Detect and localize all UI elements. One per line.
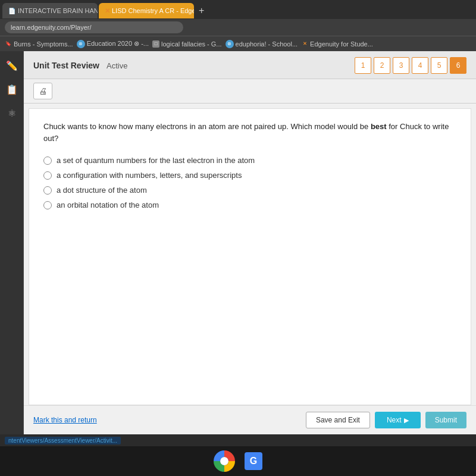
address-bar (0, 19, 476, 36)
question-text: Chuck wants to know how many electrons i… (43, 121, 456, 144)
page-title: Unit Test Review (33, 61, 99, 70)
bookmark-burns-label: Burns - Symptoms... (14, 40, 73, 48)
status-url: ntentViewers/AssessmentViewer/Activit... (5, 437, 121, 444)
save-exit-button[interactable]: Save and Exit (306, 412, 370, 428)
answer-option-2-text: a configuration with numbers, letters, a… (57, 171, 242, 180)
bookmark-eduphoria-label: eduphoria! - School... (236, 40, 298, 48)
sidebar-calc-icon[interactable]: 📋 (4, 81, 20, 98)
bookmark-burns[interactable]: 🔖 Burns - Symptoms... (5, 40, 73, 48)
bookmark-edgenuity-icon: ✕ (301, 40, 308, 48)
question-nav-5[interactable]: 5 (431, 57, 447, 74)
bookmark-edgenuity-stude[interactable]: ✕ Edgenuity for Stude... (301, 40, 373, 48)
radio-1[interactable] (43, 156, 52, 165)
chrome-taskbar-icon[interactable] (214, 450, 235, 472)
question-nav-1[interactable]: 1 (355, 57, 371, 74)
answer-option-3[interactable]: a dot structure of the atom (43, 186, 456, 195)
bookmark-logical[interactable]: □ logical fallacies - G... (152, 40, 221, 48)
question-nav-3[interactable]: 3 (393, 57, 409, 74)
question-nav-6[interactable]: 6 (450, 57, 466, 74)
answer-option-4-text: an orbital notation of the atom (57, 201, 159, 209)
tab-brain-handout[interactable]: 📄 INTERACTIVE BRAIN HANDOUT ✕ (2, 3, 98, 18)
question-nav-4[interactable]: 4 (412, 57, 428, 74)
submit-button[interactable]: Submit (425, 412, 466, 428)
next-arrow-icon: ▶ (404, 416, 409, 424)
header-left: Unit Test Review Active (33, 61, 127, 70)
radio-4[interactable] (43, 201, 52, 209)
bookmark-logical-label: logical fallacies - G... (161, 40, 221, 48)
answer-option-1-text: a set of quantum numbers for the last el… (57, 156, 255, 165)
left-sidebar: ✏️ 📋 ⚛ (0, 51, 24, 434)
bookmark-education[interactable]: ⊗ Education 2020 ⊗ -... (77, 40, 149, 48)
question-text-part1: Chuck wants to know how many electrons i… (43, 122, 371, 131)
answer-option-1[interactable]: a set of quantum numbers for the last el… (43, 156, 456, 165)
question-nav-2[interactable]: 2 (374, 57, 390, 74)
tab-edgenuity-label: LISD Chemistry A CR - Edgenuity (112, 7, 194, 14)
bookmark-eduphoria-icon: ⊗ (226, 40, 234, 48)
sidebar-pencil-icon[interactable]: ✏️ (4, 57, 20, 74)
bookmark-burns-icon: 🔖 (5, 40, 12, 48)
bookmark-logical-icon: □ (152, 40, 159, 48)
bookmark-education-icon: ⊗ (77, 40, 85, 48)
content-footer: Mark this and return Save and Exit Next … (24, 405, 476, 434)
print-button[interactable]: 🖨 (33, 83, 52, 99)
status-badge: Active (107, 61, 127, 70)
tab-edgenuity-icon: ✕ (105, 7, 110, 15)
browser-chrome: 📄 INTERACTIVE BRAIN HANDOUT ✕ ✕ LISD Che… (0, 0, 476, 51)
next-button-label: Next (387, 416, 402, 424)
bookmark-edgenuity-stude-label: Edgenuity for Stude... (310, 40, 373, 48)
tab-brain-icon: 📄 (8, 8, 15, 14)
footer-buttons: Save and Exit Next ▶ Submit (306, 412, 466, 428)
answer-option-4[interactable]: an orbital notation of the atom (43, 201, 456, 209)
tab-edgenuity[interactable]: ✕ LISD Chemistry A CR - Edgenuity ✕ (99, 3, 194, 18)
bookmarks-bar: 🔖 Burns - Symptoms... ⊗ Education 2020 ⊗… (0, 36, 476, 51)
next-button[interactable]: Next ▶ (375, 412, 421, 428)
tool-row: 🖨 (24, 79, 476, 104)
status-bar: ntentViewers/AssessmentViewer/Activit... (0, 434, 476, 446)
radio-3[interactable] (43, 186, 52, 195)
radio-2[interactable] (43, 171, 52, 180)
content-header: Unit Test Review Active 1 2 3 4 5 6 (24, 51, 476, 79)
address-input[interactable] (5, 21, 183, 33)
main-content: ✏️ 📋 ⚛ Unit Test Review Active 1 2 3 4 5… (0, 51, 476, 434)
answer-option-3-text: a dot structure of the atom (57, 186, 147, 195)
answer-options: a set of quantum numbers for the last el… (43, 156, 456, 209)
question-navigation: 1 2 3 4 5 6 (355, 57, 466, 74)
tab-bar: 📄 INTERACTIVE BRAIN HANDOUT ✕ ✕ LISD Che… (0, 0, 476, 19)
sidebar-atom-icon[interactable]: ⚛ (4, 105, 20, 121)
bookmark-eduphoria[interactable]: ⊗ eduphoria! - School... (226, 40, 298, 48)
taskbar: G (0, 446, 476, 476)
mark-return-link[interactable]: Mark this and return (33, 416, 97, 424)
new-tab-button[interactable]: + (195, 5, 208, 16)
question-bold-word: best (371, 122, 387, 131)
google-taskbar-icon[interactable]: G (245, 452, 262, 470)
answer-option-2[interactable]: a configuration with numbers, letters, a… (43, 171, 456, 180)
content-panel: Unit Test Review Active 1 2 3 4 5 6 🖨 Ch… (24, 51, 476, 434)
bookmark-education-label: Education 2020 ⊗ -... (87, 40, 149, 48)
tab-brain-label: INTERACTIVE BRAIN HANDOUT (18, 7, 98, 14)
question-area: Chuck wants to know how many electrons i… (29, 108, 471, 405)
